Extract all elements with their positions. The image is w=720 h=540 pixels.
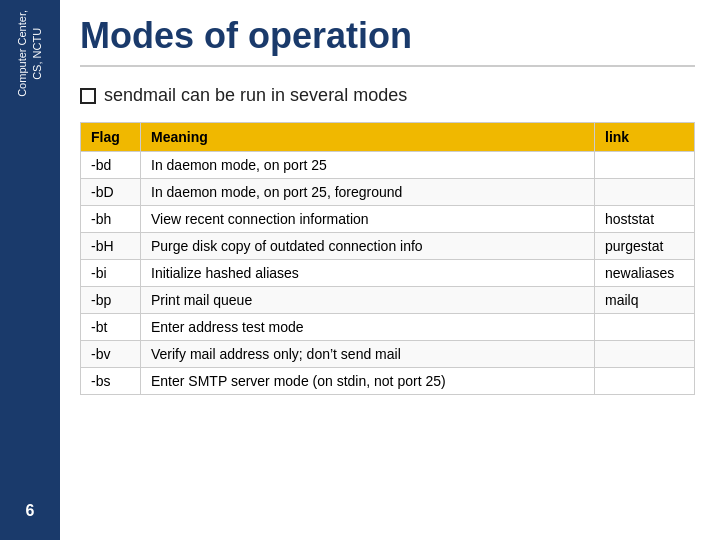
cell-link — [595, 152, 695, 179]
table-row: -biInitialize hashed aliasesnewaliases — [81, 260, 695, 287]
cell-flag: -bv — [81, 341, 141, 368]
page-number: 6 — [26, 502, 35, 520]
table-row: -btEnter address test mode — [81, 314, 695, 341]
col-header-flag: Flag — [81, 123, 141, 152]
cell-link — [595, 368, 695, 395]
table-row: -bvVerify mail address only; don’t send … — [81, 341, 695, 368]
cell-link: newaliases — [595, 260, 695, 287]
cell-flag: -bh — [81, 206, 141, 233]
table-row: -bsEnter SMTP server mode (on stdin, not… — [81, 368, 695, 395]
subtitle: sendmail can be run in several modes — [80, 85, 695, 106]
cell-flag: -bH — [81, 233, 141, 260]
checkbox-icon — [80, 88, 96, 104]
cell-flag: -bp — [81, 287, 141, 314]
cell-meaning: View recent connection information — [141, 206, 595, 233]
cell-link — [595, 314, 695, 341]
cell-meaning: Initialize hashed aliases — [141, 260, 595, 287]
table-row: -bdIn daemon mode, on port 25 — [81, 152, 695, 179]
cell-link — [595, 179, 695, 206]
cell-meaning: Enter address test mode — [141, 314, 595, 341]
cell-flag: -bi — [81, 260, 141, 287]
cell-link: mailq — [595, 287, 695, 314]
cell-link: purgestat — [595, 233, 695, 260]
table-row: -bDIn daemon mode, on port 25, foregroun… — [81, 179, 695, 206]
sidebar: Computer Center,CS, NCTU 6 — [0, 0, 60, 540]
cell-meaning: In daemon mode, on port 25 — [141, 152, 595, 179]
table-row: -bpPrint mail queuemailq — [81, 287, 695, 314]
title-divider — [80, 65, 695, 67]
table-row: -bhView recent connection informationhos… — [81, 206, 695, 233]
cell-flag: -bs — [81, 368, 141, 395]
table-row: -bHPurge disk copy of outdated connectio… — [81, 233, 695, 260]
cell-flag: -bt — [81, 314, 141, 341]
cell-link — [595, 341, 695, 368]
modes-table: Flag Meaning link -bdIn daemon mode, on … — [80, 122, 695, 395]
col-header-meaning: Meaning — [141, 123, 595, 152]
sidebar-org-label: Computer Center,CS, NCTU — [15, 10, 46, 97]
cell-meaning: Print mail queue — [141, 287, 595, 314]
subtitle-text: sendmail can be run in several modes — [104, 85, 407, 106]
cell-meaning: Purge disk copy of outdated connection i… — [141, 233, 595, 260]
main-content: Modes of operation sendmail can be run i… — [60, 0, 720, 540]
cell-meaning: In daemon mode, on port 25, foreground — [141, 179, 595, 206]
table-header-row: Flag Meaning link — [81, 123, 695, 152]
page-title: Modes of operation — [80, 15, 695, 57]
cell-link: hoststat — [595, 206, 695, 233]
cell-flag: -bd — [81, 152, 141, 179]
cell-flag: -bD — [81, 179, 141, 206]
col-header-link: link — [595, 123, 695, 152]
cell-meaning: Verify mail address only; don’t send mai… — [141, 341, 595, 368]
cell-meaning: Enter SMTP server mode (on stdin, not po… — [141, 368, 595, 395]
